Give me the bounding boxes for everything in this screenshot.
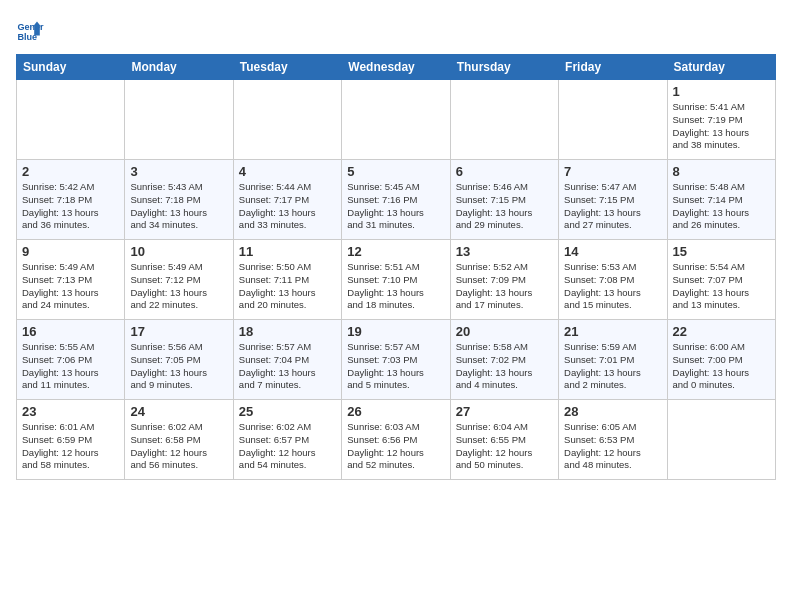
svg-text:General: General	[17, 22, 44, 32]
calendar-cell: 17Sunrise: 5:56 AM Sunset: 7:05 PM Dayli…	[125, 320, 233, 400]
day-info: Sunrise: 5:58 AM Sunset: 7:02 PM Dayligh…	[456, 341, 553, 392]
day-number: 19	[347, 324, 444, 339]
day-number: 7	[564, 164, 661, 179]
day-number: 3	[130, 164, 227, 179]
calendar-cell: 8Sunrise: 5:48 AM Sunset: 7:14 PM Daylig…	[667, 160, 775, 240]
calendar-cell: 22Sunrise: 6:00 AM Sunset: 7:00 PM Dayli…	[667, 320, 775, 400]
day-info: Sunrise: 6:05 AM Sunset: 6:53 PM Dayligh…	[564, 421, 661, 472]
day-info: Sunrise: 5:50 AM Sunset: 7:11 PM Dayligh…	[239, 261, 336, 312]
top-row: General Blue	[16, 16, 776, 48]
day-info: Sunrise: 5:49 AM Sunset: 7:12 PM Dayligh…	[130, 261, 227, 312]
day-info: Sunrise: 5:42 AM Sunset: 7:18 PM Dayligh…	[22, 181, 119, 232]
day-number: 13	[456, 244, 553, 259]
calendar-cell: 19Sunrise: 5:57 AM Sunset: 7:03 PM Dayli…	[342, 320, 450, 400]
header-day: Friday	[559, 55, 667, 80]
header-day: Monday	[125, 55, 233, 80]
day-info: Sunrise: 5:56 AM Sunset: 7:05 PM Dayligh…	[130, 341, 227, 392]
day-info: Sunrise: 5:52 AM Sunset: 7:09 PM Dayligh…	[456, 261, 553, 312]
day-info: Sunrise: 5:53 AM Sunset: 7:08 PM Dayligh…	[564, 261, 661, 312]
day-info: Sunrise: 6:03 AM Sunset: 6:56 PM Dayligh…	[347, 421, 444, 472]
calendar-week: 16Sunrise: 5:55 AM Sunset: 7:06 PM Dayli…	[17, 320, 776, 400]
calendar-cell: 20Sunrise: 5:58 AM Sunset: 7:02 PM Dayli…	[450, 320, 558, 400]
day-number: 23	[22, 404, 119, 419]
day-number: 9	[22, 244, 119, 259]
day-number: 12	[347, 244, 444, 259]
day-number: 2	[22, 164, 119, 179]
calendar-cell	[450, 80, 558, 160]
day-info: Sunrise: 5:54 AM Sunset: 7:07 PM Dayligh…	[673, 261, 770, 312]
calendar-cell	[559, 80, 667, 160]
day-number: 24	[130, 404, 227, 419]
day-info: Sunrise: 5:41 AM Sunset: 7:19 PM Dayligh…	[673, 101, 770, 152]
day-info: Sunrise: 5:57 AM Sunset: 7:04 PM Dayligh…	[239, 341, 336, 392]
day-info: Sunrise: 5:48 AM Sunset: 7:14 PM Dayligh…	[673, 181, 770, 232]
calendar-cell: 11Sunrise: 5:50 AM Sunset: 7:11 PM Dayli…	[233, 240, 341, 320]
day-info: Sunrise: 5:59 AM Sunset: 7:01 PM Dayligh…	[564, 341, 661, 392]
calendar-cell: 15Sunrise: 5:54 AM Sunset: 7:07 PM Dayli…	[667, 240, 775, 320]
day-number: 18	[239, 324, 336, 339]
day-info: Sunrise: 5:57 AM Sunset: 7:03 PM Dayligh…	[347, 341, 444, 392]
day-number: 4	[239, 164, 336, 179]
day-number: 14	[564, 244, 661, 259]
day-info: Sunrise: 6:04 AM Sunset: 6:55 PM Dayligh…	[456, 421, 553, 472]
day-number: 21	[564, 324, 661, 339]
calendar-cell	[17, 80, 125, 160]
calendar-cell: 21Sunrise: 5:59 AM Sunset: 7:01 PM Dayli…	[559, 320, 667, 400]
calendar-cell: 24Sunrise: 6:02 AM Sunset: 6:58 PM Dayli…	[125, 400, 233, 480]
calendar-cell: 6Sunrise: 5:46 AM Sunset: 7:15 PM Daylig…	[450, 160, 558, 240]
calendar-week: 1Sunrise: 5:41 AM Sunset: 7:19 PM Daylig…	[17, 80, 776, 160]
calendar-cell: 7Sunrise: 5:47 AM Sunset: 7:15 PM Daylig…	[559, 160, 667, 240]
header-day: Thursday	[450, 55, 558, 80]
calendar-cell: 23Sunrise: 6:01 AM Sunset: 6:59 PM Dayli…	[17, 400, 125, 480]
day-number: 20	[456, 324, 553, 339]
calendar-cell	[233, 80, 341, 160]
day-number: 15	[673, 244, 770, 259]
day-number: 22	[673, 324, 770, 339]
calendar-week: 9Sunrise: 5:49 AM Sunset: 7:13 PM Daylig…	[17, 240, 776, 320]
calendar-cell: 25Sunrise: 6:02 AM Sunset: 6:57 PM Dayli…	[233, 400, 341, 480]
day-number: 27	[456, 404, 553, 419]
day-number: 10	[130, 244, 227, 259]
calendar-cell: 9Sunrise: 5:49 AM Sunset: 7:13 PM Daylig…	[17, 240, 125, 320]
calendar-cell: 10Sunrise: 5:49 AM Sunset: 7:12 PM Dayli…	[125, 240, 233, 320]
day-number: 8	[673, 164, 770, 179]
calendar-table: SundayMondayTuesdayWednesdayThursdayFrid…	[16, 54, 776, 480]
calendar-week: 2Sunrise: 5:42 AM Sunset: 7:18 PM Daylig…	[17, 160, 776, 240]
svg-text:Blue: Blue	[17, 32, 37, 42]
logo-icon: General Blue	[16, 16, 44, 44]
day-info: Sunrise: 5:45 AM Sunset: 7:16 PM Dayligh…	[347, 181, 444, 232]
calendar-cell: 14Sunrise: 5:53 AM Sunset: 7:08 PM Dayli…	[559, 240, 667, 320]
header-day: Sunday	[17, 55, 125, 80]
day-info: Sunrise: 6:02 AM Sunset: 6:58 PM Dayligh…	[130, 421, 227, 472]
day-number: 28	[564, 404, 661, 419]
calendar-cell: 28Sunrise: 6:05 AM Sunset: 6:53 PM Dayli…	[559, 400, 667, 480]
day-info: Sunrise: 5:55 AM Sunset: 7:06 PM Dayligh…	[22, 341, 119, 392]
calendar-cell: 3Sunrise: 5:43 AM Sunset: 7:18 PM Daylig…	[125, 160, 233, 240]
header-day: Tuesday	[233, 55, 341, 80]
day-number: 26	[347, 404, 444, 419]
calendar-cell	[125, 80, 233, 160]
calendar-cell: 27Sunrise: 6:04 AM Sunset: 6:55 PM Dayli…	[450, 400, 558, 480]
day-number: 1	[673, 84, 770, 99]
day-number: 17	[130, 324, 227, 339]
day-info: Sunrise: 5:43 AM Sunset: 7:18 PM Dayligh…	[130, 181, 227, 232]
calendar-cell: 1Sunrise: 5:41 AM Sunset: 7:19 PM Daylig…	[667, 80, 775, 160]
day-number: 5	[347, 164, 444, 179]
calendar-cell: 13Sunrise: 5:52 AM Sunset: 7:09 PM Dayli…	[450, 240, 558, 320]
logo: General Blue	[16, 16, 48, 44]
day-number: 16	[22, 324, 119, 339]
calendar-cell: 12Sunrise: 5:51 AM Sunset: 7:10 PM Dayli…	[342, 240, 450, 320]
calendar-cell: 5Sunrise: 5:45 AM Sunset: 7:16 PM Daylig…	[342, 160, 450, 240]
day-info: Sunrise: 5:46 AM Sunset: 7:15 PM Dayligh…	[456, 181, 553, 232]
day-info: Sunrise: 6:00 AM Sunset: 7:00 PM Dayligh…	[673, 341, 770, 392]
day-info: Sunrise: 6:02 AM Sunset: 6:57 PM Dayligh…	[239, 421, 336, 472]
day-info: Sunrise: 5:49 AM Sunset: 7:13 PM Dayligh…	[22, 261, 119, 312]
day-info: Sunrise: 5:51 AM Sunset: 7:10 PM Dayligh…	[347, 261, 444, 312]
calendar-cell	[667, 400, 775, 480]
calendar-cell: 18Sunrise: 5:57 AM Sunset: 7:04 PM Dayli…	[233, 320, 341, 400]
day-info: Sunrise: 5:44 AM Sunset: 7:17 PM Dayligh…	[239, 181, 336, 232]
calendar-cell: 26Sunrise: 6:03 AM Sunset: 6:56 PM Dayli…	[342, 400, 450, 480]
day-number: 6	[456, 164, 553, 179]
day-number: 25	[239, 404, 336, 419]
day-info: Sunrise: 6:01 AM Sunset: 6:59 PM Dayligh…	[22, 421, 119, 472]
